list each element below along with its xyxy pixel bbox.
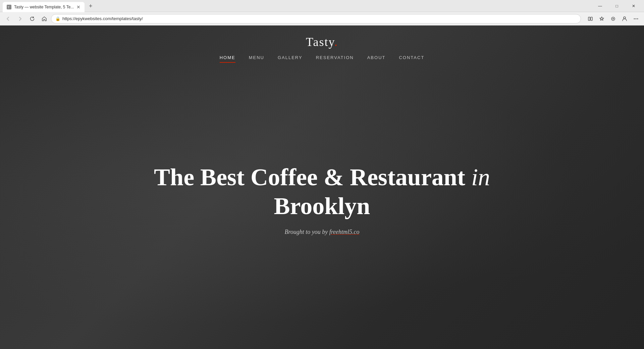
hero-subtitle-text: Brought to you by [284,229,329,235]
tab-close-button[interactable]: ✕ [76,5,80,9]
logo-dot: . [334,35,338,49]
hero-title-line2: Brooklyn [274,193,370,219]
reading-view-button[interactable] [585,13,596,24]
svg-point-6 [624,17,626,19]
collections-button[interactable] [608,13,619,24]
browser-chrome: T Tasty — website Template, 5 Te... ✕ + … [0,0,644,26]
svg-point-9 [637,18,638,19]
new-tab-button[interactable]: + [86,2,95,11]
reading-view-icon [588,16,593,21]
logo-text: Tasty [306,35,334,49]
more-button[interactable] [631,13,641,24]
profile-icon [622,16,627,21]
window-controls: — □ ✕ [592,0,641,12]
svg-rect-2 [588,17,590,20]
address-bar[interactable]: 🔒 https://epykwebsites.com/templates/tas… [51,14,581,23]
minimize-button[interactable]: — [592,0,608,12]
forward-icon [17,16,23,21]
collections-icon [610,16,616,21]
svg-point-5 [612,18,614,19]
refresh-button[interactable] [27,13,38,24]
refresh-icon [30,16,35,21]
security-icon: 🔒 [55,16,60,21]
back-icon [5,16,11,21]
website-content: Tasty. HOME MENU GALLERY RESERVATION ABO… [0,26,644,349]
browser-titlebar: T Tasty — website Template, 5 Te... ✕ + … [0,0,644,12]
url-text: https://epykwebsites.com/templates/tasty… [62,16,143,21]
browser-toolbar: 🔒 https://epykwebsites.com/templates/tas… [0,12,644,26]
svg-rect-3 [591,17,592,20]
hero-subtitle: Brought to you by freehtml5.co [284,229,359,236]
svg-text:T: T [8,5,10,9]
favorites-button[interactable] [596,13,607,24]
star-icon [599,16,604,21]
hero-title-line1: The Best Coffee & Restaurant in [154,164,490,191]
browser-tab[interactable]: T Tasty — website Template, 5 Te... ✕ [3,2,85,12]
home-icon [42,16,47,21]
site-logo: Tasty. [306,35,338,49]
more-icon [633,16,639,21]
toolbar-actions [585,13,641,24]
forward-button[interactable] [15,13,25,24]
back-button[interactable] [3,13,13,24]
profile-button[interactable] [619,13,630,24]
tab-favicon: T [7,5,11,9]
home-button[interactable] [39,13,50,24]
close-button[interactable]: ✕ [626,0,641,12]
hero-subtitle-link[interactable]: freehtml5.co [329,229,360,235]
hero-title: The Best Coffee & Restaurant in Brooklyn [154,163,490,221]
svg-point-8 [636,18,637,19]
hero-section: The Best Coffee & Restaurant in Brooklyn… [141,49,503,349]
maximize-button[interactable]: □ [609,0,625,12]
tab-title: Tasty — website Template, 5 Te... [14,5,74,9]
svg-point-7 [634,18,635,19]
